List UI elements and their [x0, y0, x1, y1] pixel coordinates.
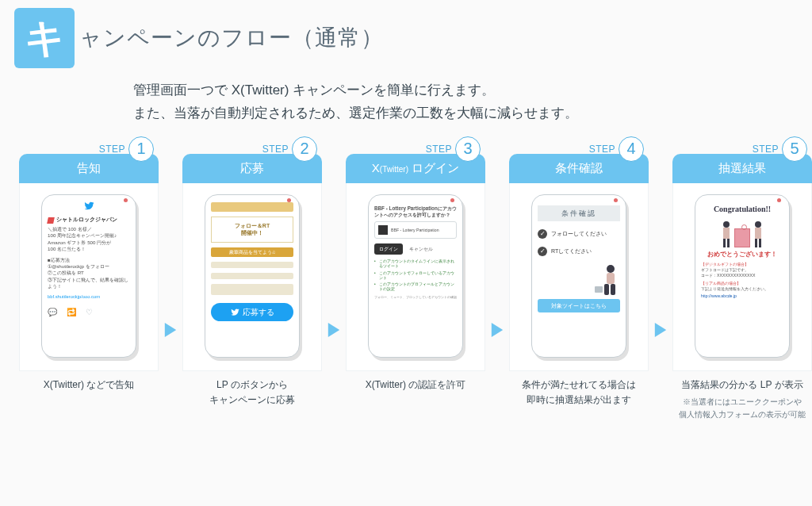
step-2-badge: STEP 2 — [262, 136, 317, 162]
tweet-action-icons: 💬 🔁 ♡ — [48, 307, 130, 318]
flow-row: STEP 1 告知 シャトルロックジャパン — [14, 136, 798, 421]
step-5-number: 5 — [782, 136, 807, 162]
step-5-card: Congratulation!! おめでとうございます！ 【デジタルギフトの場合… — [672, 183, 812, 371]
digital-gift-block: 【デジタルギフトの場合】 ギフトコードは下記です。 コード：XXXXXXXXXX… — [701, 262, 783, 278]
phone-camera-dot — [124, 198, 128, 202]
lp-placeholder-bar — [211, 273, 293, 279]
step-5-phone: Congratulation!! おめでとうございます！ 【デジタルギフトの場合… — [695, 194, 790, 358]
title-badge: キ — [14, 8, 75, 68]
step-5-caption: 当落結果の分かる LP が表示 ※当選者にはユニーククーポンや 個人情報入力フォ… — [679, 378, 806, 421]
step-3: STEP 3 X(Twitter) ログイン BBF - Lottery Par… — [346, 136, 485, 393]
arrow-icon — [163, 321, 178, 339]
congrats-jp: おめでとうございます！ — [701, 251, 783, 259]
step-3-caption: X(Twitter) の認証を許可 — [366, 378, 466, 393]
auth-app-box: BBF - Lottery Participation — [374, 221, 457, 239]
svg-rect-7 — [723, 239, 726, 247]
svg-rect-1 — [607, 273, 615, 284]
step-3-phone: BBF - Lottery Participationにアカウントへのアクセスを… — [368, 194, 463, 358]
phone-camera-dot — [450, 198, 454, 202]
svg-rect-4 — [595, 286, 603, 293]
auth-permission-list: このアカウントのタイムラインに表示されるツイート このアカウントでフォローしてい… — [374, 259, 457, 292]
step-4-card: 条件確認 ✓ フォローしてください ✓ RTしてください 対象ツイートはこちら — [509, 183, 649, 371]
step-2-caption: LP のボタンから キャンペーンに応募 — [209, 378, 295, 408]
step-3-number: 3 — [455, 136, 481, 162]
step-5: STEP 5 抽選結果 Congratulation!! おめでとうございます！ — [672, 136, 812, 421]
step-1-caption: X(Twitter) などで告知 — [44, 378, 135, 393]
svg-rect-11 — [755, 239, 757, 247]
step-1-phone: シャトルロックジャパン ＼抽選で 100 名様／ 100 周年記念キャンペーン開… — [41, 194, 136, 358]
step-word: STEP — [99, 144, 125, 155]
like-icon: ♡ — [86, 307, 93, 318]
step-5-note: ※当選者にはユニーククーポンや 個人情報入力フォームの表示が可能 — [679, 396, 806, 421]
svg-rect-10 — [755, 228, 761, 239]
step-4: STEP 4 条件確認 条件確認 ✓ フォローしてください ✓ RT — [509, 136, 649, 408]
step-2-number: 2 — [292, 136, 317, 162]
step-3-badge: STEP 3 — [426, 136, 481, 162]
step-2-card: フォロー＆RT 開催中！ 豪華商品を当てよう♫ 応募する — [182, 183, 322, 371]
step-1-badge: STEP 1 — [99, 136, 154, 162]
congrats-heading: Congratulation!! — [701, 204, 783, 215]
tweet-link: bbf.shuttlerockjp/ooo.com — [48, 294, 130, 301]
gift-box-icon — [734, 228, 750, 247]
title-text: ャンペーンのフロー（通常） — [79, 23, 384, 53]
svg-point-5 — [723, 221, 730, 228]
step-4-phone: 条件確認 ✓ フォローしてください ✓ RTしてください 対象ツイートはこちら — [531, 194, 626, 358]
result-link: http://www.abcde.jp — [701, 293, 783, 299]
twitter-icon — [231, 308, 239, 316]
cond-header: 条件確認 — [538, 205, 620, 221]
arrow-icon — [490, 321, 504, 339]
lp-placeholder-bar — [211, 284, 293, 295]
step-4-number: 4 — [619, 136, 644, 162]
cond-cta-button: 対象ツイートはこちら — [538, 299, 620, 312]
step-2: STEP 2 応募 フォロー＆RT 開催中！ 豪華商品を当てよう♫ — [182, 136, 322, 408]
step-2-phone: フォロー＆RT 開催中！ 豪華商品を当てよう♫ 応募する — [205, 194, 300, 358]
cond-illustration — [538, 263, 620, 296]
lead-copy: 管理画面一つで X(Twitter) キャンペーンを簡単に行えます。 また、当落… — [133, 79, 798, 125]
cond-item-follow: ✓ フォローしてください — [538, 229, 620, 239]
reply-icon: 💬 — [48, 307, 57, 318]
real-gift-block: 【リアル商品の場合】 下記より発送先情報を入力ください。 — [701, 281, 783, 292]
tweet-body: ＼抽選で 100 名様／ 100 周年記念キャンペーン開催♪ Amazon ギフ… — [48, 226, 130, 252]
auth-login-button: ログイン — [374, 243, 403, 255]
account-logo — [47, 217, 55, 224]
step-4-caption: 条件が満たせれてる場合は 即時に抽選結果が出ます — [522, 378, 636, 408]
check-icon: ✓ — [538, 247, 547, 256]
lp-header-banner — [211, 202, 293, 212]
twitter-icon — [48, 201, 130, 215]
svg-rect-6 — [723, 228, 730, 239]
lp-apply-button: 応募する — [211, 303, 293, 322]
svg-point-0 — [607, 265, 615, 273]
svg-rect-2 — [604, 284, 609, 295]
lp-placeholder-bar — [211, 262, 293, 268]
retweet-icon: 🔁 — [67, 307, 76, 318]
step-3-card: BBF - Lottery Participationにアカウントへのアクセスを… — [346, 183, 485, 371]
account-name: シャトルロックジャパン — [56, 217, 117, 224]
phone-camera-dot — [287, 198, 291, 202]
phone-camera-dot — [614, 198, 618, 202]
congrats-illustration — [701, 217, 783, 247]
svg-rect-12 — [759, 239, 761, 247]
tweet-howto: ■応募方法 ①@shuttlerockjp をフォロー ②この投稿を RT ③下… — [48, 257, 130, 290]
arrow-icon — [653, 321, 668, 339]
cond-item-rt: ✓ RTしてください — [538, 247, 620, 256]
lp-hero: フォロー＆RT 開催中！ — [211, 217, 293, 243]
step-1-number: 1 — [128, 136, 154, 162]
arrow-icon — [327, 321, 341, 339]
auth-question: BBF - Lottery Participationにアカウントへのアクセスを… — [374, 205, 457, 218]
phone-camera-dot — [777, 198, 781, 202]
step-1: STEP 1 告知 シャトルロックジャパン — [19, 136, 159, 393]
lead-line-2: また、当落が自動判定されるため、選定作業の工数を大幅に減らせます。 — [133, 102, 798, 125]
check-icon: ✓ — [538, 229, 547, 239]
app-icon — [378, 225, 388, 235]
page-title-row: キ ャンペーンのフロー（通常） — [14, 8, 798, 68]
svg-rect-8 — [727, 239, 730, 247]
campaign-flow-diagram: キ ャンペーンのフロー（通常） 管理画面一つで X(Twitter) キャンペー… — [0, 0, 812, 429]
svg-rect-3 — [611, 284, 615, 295]
svg-point-9 — [755, 221, 761, 228]
step-5-badge: STEP 5 — [753, 136, 807, 162]
lead-line-1: 管理画面一つで X(Twitter) キャンペーンを簡単に行えます。 — [133, 79, 798, 102]
step-1-card: シャトルロックジャパン ＼抽選で 100 名様／ 100 周年記念キャンペーン開… — [19, 183, 159, 371]
auth-cancel-button: キャンセル — [406, 243, 436, 255]
auth-footnote: フォロー、ミュート、ブロックしているアカウントの確認 — [374, 295, 457, 300]
step-4-badge: STEP 4 — [589, 136, 644, 162]
